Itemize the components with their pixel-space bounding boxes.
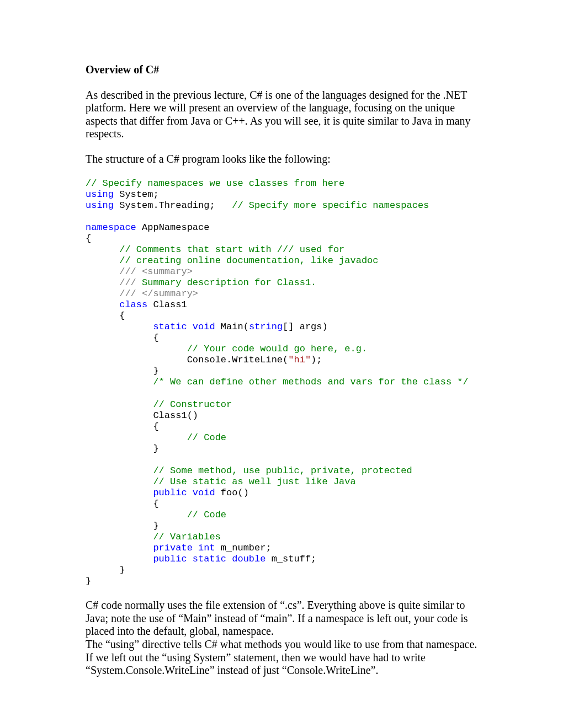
code-brace: { (153, 333, 158, 343)
code-keyword: namespace (86, 222, 136, 233)
code-string: "hi" (288, 355, 311, 365)
code-brace: } (153, 366, 158, 376)
code-keyword: static (153, 322, 187, 332)
code-text: Main( (215, 322, 249, 332)
code-comment: // Code (187, 432, 226, 443)
code-brace: } (153, 443, 158, 454)
code-text: m_stuff; (265, 554, 316, 564)
code-text: AppNamespace (136, 222, 210, 233)
code-comment: // creating online documentation, like j… (119, 255, 378, 266)
code-keyword: class (119, 299, 147, 310)
page-title: Overview of C# (86, 63, 477, 77)
code-keyword: static (193, 554, 226, 564)
paragraph-lead-in: The structure of a C# program looks like… (86, 153, 477, 166)
code-brace: { (119, 311, 125, 321)
code-comment: // Comments that start with /// used for (119, 244, 344, 255)
code-doccomment: <summary> (136, 266, 193, 277)
code-brace: { (153, 499, 158, 509)
code-text: System; (114, 189, 159, 200)
code-doccomment: </summary> (136, 288, 198, 299)
code-text: [] args) (283, 322, 328, 332)
code-sample: // Specify namespaces we use classes fro… (86, 178, 477, 587)
code-text: Console.WriteLine( (187, 355, 289, 365)
code-keyword: int (198, 543, 215, 553)
code-text: Class1 (147, 299, 187, 310)
code-keyword: using (86, 200, 114, 211)
code-doccomment: Summary description for Class1. (136, 277, 316, 288)
code-comment: /* We can define other methods and vars … (153, 377, 468, 387)
code-comment: // Use static as well just like Java (153, 477, 355, 487)
code-keyword: public (153, 488, 187, 498)
code-keyword: using (86, 189, 114, 200)
code-keyword: private (153, 543, 192, 553)
document-page: Overview of C# As described in the previ… (0, 0, 563, 728)
code-text: m_number; (215, 543, 272, 553)
paragraph-using: The “using” directive tells C# what meth… (86, 638, 477, 677)
code-comment: // Variables (153, 532, 220, 542)
paragraph-extension: C# code normally uses the file extension… (86, 599, 477, 638)
code-comment: // Some method, use public, private, pro… (153, 465, 412, 476)
code-brace: } (153, 521, 158, 531)
code-doccomment: /// (119, 266, 136, 277)
code-comment: // Specify more specific namespaces (232, 200, 429, 211)
code-keyword: void (193, 488, 215, 498)
code-comment: // Code (187, 510, 226, 520)
paragraph-intro: As described in the previous lecture, C#… (86, 89, 477, 141)
code-brace: } (86, 576, 91, 586)
code-brace: { (153, 421, 158, 432)
code-text: System.Threading; (114, 200, 232, 211)
code-text: Class1() (153, 410, 198, 421)
code-doccomment: /// (119, 288, 136, 299)
code-keyword: string (249, 322, 283, 332)
code-keyword: double (232, 554, 265, 564)
code-text: ); (311, 355, 322, 365)
code-brace: { (86, 233, 91, 244)
code-keyword: void (193, 322, 215, 332)
code-brace: } (119, 565, 125, 575)
code-keyword: public (153, 554, 187, 564)
code-comment: // Your code would go here, e.g. (187, 344, 367, 354)
code-comment: // Specify namespaces we use classes fro… (86, 178, 344, 189)
code-comment: // Constructor (153, 399, 232, 410)
code-text: foo() (215, 488, 249, 498)
code-doccomment: /// (119, 277, 136, 288)
